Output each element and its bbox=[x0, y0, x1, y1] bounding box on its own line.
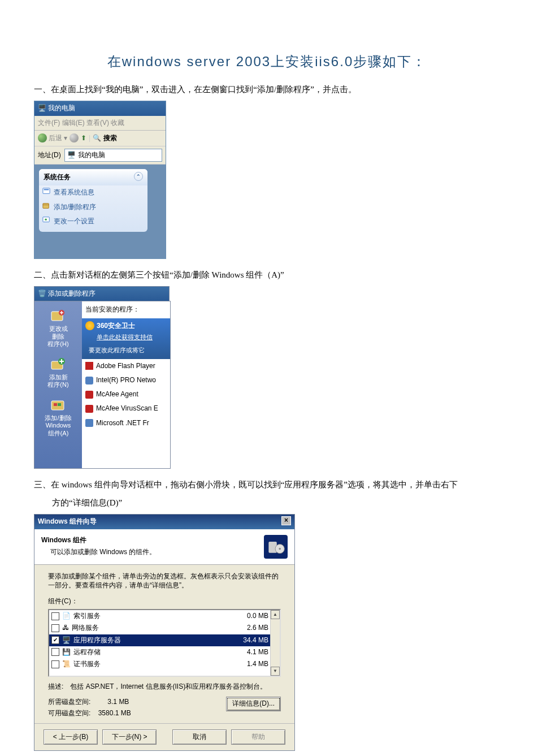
fig1-titlebar: 🖥️ 我的电脑 bbox=[34, 101, 166, 115]
sb-label: 更改或 删除 程序(H) bbox=[47, 325, 68, 347]
row-label: McAfee Agent bbox=[96, 389, 138, 400]
components-label: 组件(C)： bbox=[48, 596, 281, 607]
back-icon bbox=[38, 133, 47, 142]
addremove-icon: 🗑️ bbox=[38, 290, 46, 297]
checkbox[interactable] bbox=[51, 660, 59, 668]
component-row[interactable]: 💾 远程存储 4.1 MB bbox=[49, 646, 280, 658]
fig2-titlebar: 🗑️ 添加或删除程序 bbox=[34, 286, 170, 301]
fig3-title-text: Windows 组件向导 bbox=[38, 516, 97, 527]
program-row[interactable]: Microsoft .NET Fr bbox=[82, 416, 170, 430]
component-row[interactable]: 📄 索引服务 0.0 MB bbox=[49, 610, 280, 622]
details-button[interactable]: 详细信息(D)... bbox=[226, 697, 281, 711]
component-row[interactable]: 📜 证书服务 1.4 MB bbox=[49, 658, 280, 670]
task-link-label: 更改一个设置 bbox=[54, 217, 94, 225]
wizard-instruction: 要添加或删除某个组件，请单击旁边的复选框。灰色框表示只会安装该组件的一部分。要查… bbox=[48, 572, 281, 591]
components-listbox[interactable]: 📄 索引服务 0.0 MB 🖧 网络服务 2.6 MB ✔ 🖥️ 应用程序服务器 bbox=[48, 609, 281, 677]
fig3-body: 要添加或删除某个组件，请单击旁边的复选框。灰色框表示只会安装该组件的一部分。要查… bbox=[34, 565, 294, 723]
checkbox[interactable] bbox=[51, 612, 59, 620]
fig3-wizard: Windows 组件向导 × Windows 组件 可以添加或删除 Window… bbox=[34, 514, 295, 751]
fig2-sidebar: 更改或 删除 程序(H) 添加新 程序(N) 添加/删除 Windows 组件(… bbox=[34, 301, 82, 468]
component-description: 描述: 包括 ASP.NET，Internet 信息服务(IIS)和应用程序服务… bbox=[48, 681, 281, 692]
program-row[interactable]: McAfee VirusScan E bbox=[82, 401, 170, 416]
search-icon[interactable]: 🔍 bbox=[93, 133, 101, 144]
address-label: 地址(D) bbox=[38, 150, 61, 161]
checkbox[interactable] bbox=[51, 624, 59, 632]
fig2-window: 更改或 删除 程序(H) 添加新 程序(N) 添加/删除 Windows 组件(… bbox=[34, 301, 171, 469]
back-button[interactable]: < 上一步(B) bbox=[44, 729, 98, 745]
windows-components-icon bbox=[49, 398, 67, 413]
fig2-main: 当前安装的程序： 360安全卫士 单击此处获得支持信 要更改此程序或将它 Ado… bbox=[82, 301, 170, 468]
scroll-up-icon[interactable]: ▲ bbox=[271, 610, 280, 619]
change-program-text: 要更改此程序或将它 bbox=[85, 342, 167, 357]
space-req-value: 3.1 MB bbox=[107, 698, 129, 706]
sidebar-change-remove[interactable]: 更改或 删除 程序(H) bbox=[34, 305, 82, 353]
component-size: 4.1 MB bbox=[247, 647, 268, 658]
cert-icon: 📜 bbox=[62, 659, 71, 669]
task-change-setting[interactable]: 更改一个设置 bbox=[39, 214, 147, 228]
fig3-titlebar: Windows 组件向导 × bbox=[34, 515, 294, 529]
task-add-remove-programs[interactable]: 添加/删除程序 bbox=[39, 200, 147, 214]
checkbox[interactable] bbox=[51, 648, 59, 656]
computer-icon: 🖥️ bbox=[38, 104, 46, 112]
mcafee-icon bbox=[85, 405, 93, 413]
component-row[interactable]: 🖧 网络服务 2.6 MB bbox=[49, 622, 280, 634]
component-size: 0.0 MB bbox=[247, 611, 268, 621]
tasks-header-label: 系统任务 bbox=[44, 172, 71, 183]
next-button[interactable]: 下一步(N) > bbox=[102, 729, 157, 745]
component-size: 1.4 MB bbox=[247, 659, 268, 669]
component-name: 远程存储 bbox=[73, 647, 101, 658]
row-label: Microsoft .NET Fr bbox=[96, 418, 149, 429]
component-size: 2.6 MB bbox=[247, 623, 268, 633]
mcafee-icon bbox=[85, 391, 93, 399]
svg-rect-0 bbox=[43, 188, 50, 194]
index-service-icon: 📄 bbox=[62, 611, 71, 621]
close-icon[interactable]: × bbox=[281, 516, 291, 525]
program-row[interactable]: Adobe Flash Player bbox=[82, 359, 170, 373]
change-remove-icon bbox=[49, 308, 67, 324]
svg-rect-2 bbox=[43, 203, 49, 208]
task-link-label: 查看系统信息 bbox=[54, 188, 94, 196]
program-row[interactable]: Intel(R) PRO Netwo bbox=[82, 373, 170, 387]
forward-icon[interactable] bbox=[70, 133, 79, 142]
sidebar-windows-components[interactable]: 添加/删除 Windows 组件(A) bbox=[34, 394, 82, 443]
component-size: 34.4 MB bbox=[243, 635, 268, 646]
svg-point-14 bbox=[279, 547, 281, 550]
info-icon bbox=[42, 187, 50, 195]
back-label: 后退 bbox=[49, 133, 62, 144]
component-name: 索引服务 bbox=[73, 611, 101, 621]
program-row[interactable]: McAfee Agent bbox=[82, 387, 170, 401]
settings-icon bbox=[42, 216, 50, 224]
add-new-icon bbox=[49, 357, 67, 373]
search-label[interactable]: 搜索 bbox=[103, 133, 117, 144]
address-value: 我的电脑 bbox=[78, 150, 105, 161]
cancel-button[interactable]: 取消 bbox=[172, 729, 227, 745]
program-selected[interactable]: 360安全卫士 单击此处获得支持信 要更改此程序或将它 bbox=[82, 318, 170, 359]
back-button[interactable]: 后退 ▾ bbox=[38, 133, 67, 144]
program-selected-name: 360安全卫士 bbox=[85, 321, 167, 331]
sidebar-add-new[interactable]: 添加新 程序(N) bbox=[34, 353, 82, 394]
fig1-toolbar: 后退 ▾ ⬆ | 🔍 搜索 bbox=[34, 131, 166, 146]
task-view-sysinfo[interactable]: 查看系统信息 bbox=[39, 185, 147, 200]
system-tasks-header[interactable]: 系统任务 ⌃ bbox=[39, 169, 147, 185]
sb-label: 添加/删除 Windows 组件(A) bbox=[45, 414, 71, 436]
wizard-heading: Windows 组件 bbox=[41, 535, 156, 546]
scroll-down-icon[interactable]: ▼ bbox=[271, 667, 280, 676]
shield-icon bbox=[85, 321, 94, 330]
component-name: 网络服务 bbox=[72, 623, 99, 633]
fig1-menubar[interactable]: 文件(F) 编辑(E) 查看(V) 收藏 bbox=[34, 116, 166, 131]
support-link[interactable]: 单击此处获得支持信 bbox=[85, 331, 167, 343]
help-button[interactable]: 帮助 bbox=[231, 729, 285, 745]
wizard-subheading: 可以添加或删除 Windows 的组件。 bbox=[41, 547, 156, 558]
address-input[interactable]: 🖥️ 我的电脑 bbox=[64, 149, 162, 162]
system-tasks-pane: 系统任务 ⌃ 查看系统信息 添加/删除程序 bbox=[39, 169, 147, 232]
step-3b: 方的“详细信息(D)” bbox=[34, 496, 500, 509]
flash-icon bbox=[85, 362, 93, 370]
component-name: 证书服务 bbox=[73, 659, 101, 669]
checkbox-checked[interactable]: ✔ bbox=[51, 636, 59, 644]
up-icon[interactable]: ⬆ bbox=[81, 133, 86, 144]
component-row-selected[interactable]: ✔ 🖥️ 应用程序服务器 34.4 MB bbox=[49, 634, 280, 646]
scrollbar[interactable]: ▲ ▼ bbox=[270, 610, 280, 676]
svg-rect-10 bbox=[54, 403, 57, 406]
appserver-icon: 🖥️ bbox=[62, 635, 71, 646]
fig1-window: 🖥️ 我的电脑 文件(F) 编辑(E) 查看(V) 收藏 后退 ▾ ⬆ | 🔍 … bbox=[34, 101, 166, 259]
